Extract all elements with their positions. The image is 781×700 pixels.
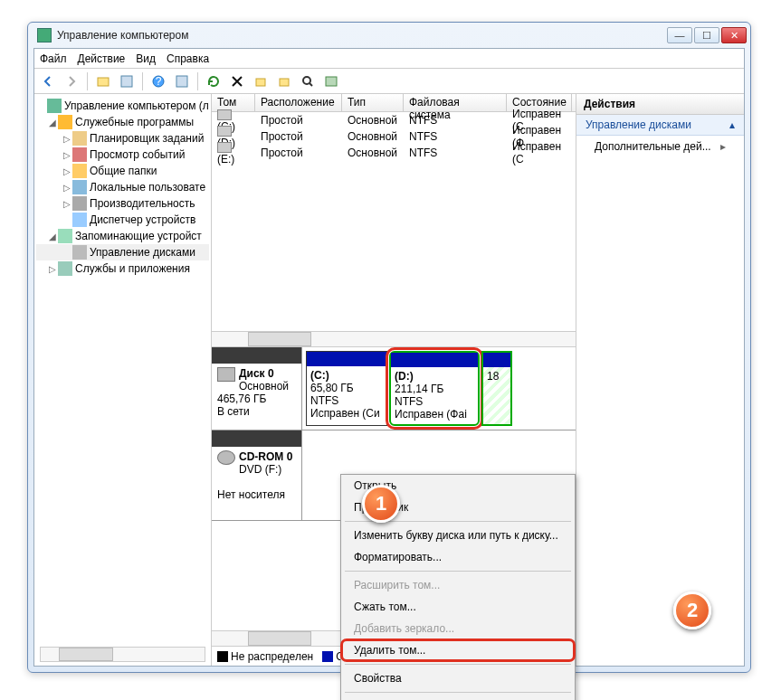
disk0-header[interactable]: Диск 0 Основной 465,76 ГБ В сети <box>212 347 302 430</box>
collapse-icon: ▴ <box>729 118 735 131</box>
show-hide-tree-button[interactable] <box>117 71 137 91</box>
action-list-button[interactable] <box>172 71 192 91</box>
col-filesystem[interactable]: Файловая система <box>404 94 507 111</box>
device-icon <box>72 213 87 227</box>
svg-text:?: ? <box>156 75 162 88</box>
search-icon[interactable] <box>298 71 318 91</box>
menu-action[interactable]: Действие <box>78 52 126 65</box>
tree-services-apps[interactable]: Службы и приложения <box>75 262 190 275</box>
tree-device-manager[interactable]: Диспетчер устройств <box>90 213 195 226</box>
actions-diskmgmt[interactable]: Управление дисками▴ <box>576 115 744 136</box>
annotation-badge-2: 2 <box>673 591 711 629</box>
menu-help[interactable]: Справка <box>167 52 209 65</box>
annotation-badge-1: 1 <box>362 485 400 523</box>
main-pane: Том Расположение Тип Файловая система Со… <box>212 94 576 666</box>
tree-disk-management[interactable]: Управление дисками <box>90 246 195 259</box>
event-icon <box>72 147 87 162</box>
volume-icon <box>217 142 232 153</box>
tree-event-viewer[interactable]: Просмотр событий <box>90 148 185 161</box>
partition-e[interactable]: 18 <box>481 351 512 426</box>
toolbar: ? <box>34 69 744 94</box>
ctx-delete-volume[interactable]: Удалить том... <box>341 639 575 661</box>
ctx-mirror: Добавить зеркало... <box>341 618 575 639</box>
disk-icon <box>72 245 87 260</box>
scheduler-icon <box>72 131 87 146</box>
svg-point-7 <box>303 77 310 84</box>
svg-rect-8 <box>326 77 337 86</box>
legend-unallocated: Не распределен <box>231 650 313 663</box>
close-button[interactable]: ✕ <box>721 27 747 43</box>
tree-root[interactable]: Управление компьютером (л <box>64 99 209 112</box>
ctx-shrink[interactable]: Сжать том... <box>341 596 575 618</box>
app-icon <box>37 28 52 43</box>
svg-rect-4 <box>176 76 187 87</box>
ctx-extend: Расширить том... <box>341 574 575 596</box>
minimize-button[interactable]: — <box>667 27 692 43</box>
svg-rect-0 <box>98 78 109 86</box>
volume-icon <box>217 126 232 137</box>
svg-rect-5 <box>256 79 265 86</box>
svg-rect-1 <box>121 76 132 87</box>
forward-button[interactable] <box>62 71 81 91</box>
properties-icon[interactable] <box>251 71 271 91</box>
ctx-change-letter[interactable]: Изменить букву диска или путь к диску... <box>341 525 575 546</box>
storage-icon <box>58 229 72 243</box>
menubar: Файл Действие Вид Справка <box>34 49 744 69</box>
settings-icon[interactable] <box>274 71 294 91</box>
menu-file[interactable]: Файл <box>40 52 67 65</box>
help-button[interactable]: ? <box>148 71 168 91</box>
actions-more[interactable]: Дополнительные дей... <box>576 136 744 157</box>
refresh-button[interactable] <box>204 71 224 91</box>
hdd-icon <box>217 367 235 382</box>
ctx-help[interactable]: Справка <box>341 695 575 700</box>
actions-header: Действия <box>576 94 744 115</box>
tree-shared-folders[interactable]: Общие папки <box>90 165 157 177</box>
maximize-button[interactable]: ☐ <box>694 27 719 43</box>
tree-local-users[interactable]: Локальные пользовате <box>90 181 205 194</box>
volume-icon <box>217 109 232 120</box>
tools-icon <box>58 115 72 129</box>
svg-rect-6 <box>280 79 289 86</box>
table-row[interactable]: (E:)ПростойОсновнойNTFSИсправен (С <box>212 145 576 161</box>
tree-storage[interactable]: Запоминающие устройст <box>75 230 202 242</box>
disk-row-0: Диск 0 Основной 465,76 ГБ В сети (C:) 65… <box>212 347 576 430</box>
col-type[interactable]: Тип <box>342 94 404 111</box>
back-button[interactable] <box>38 71 58 91</box>
col-layout[interactable]: Расположение <box>255 94 342 111</box>
up-button[interactable] <box>93 71 113 91</box>
partition-d[interactable]: (D:) 211,14 ГБ NTFS Исправен (Фаі <box>389 351 480 426</box>
perf-icon <box>72 196 87 211</box>
computer-icon <box>47 99 62 113</box>
menu-view[interactable]: Вид <box>136 52 156 65</box>
folder-icon <box>72 164 87 178</box>
tree-system-tools[interactable]: Служебные программы <box>75 116 194 128</box>
extra-icon[interactable] <box>321 71 341 91</box>
tree-performance[interactable]: Производительность <box>90 197 195 210</box>
app-window: Управление компьютером — ☐ ✕ Файл Действ… <box>27 22 751 673</box>
titlebar[interactable]: Управление компьютером — ☐ ✕ <box>28 23 750 48</box>
navigation-tree[interactable]: Управление компьютером (л ◢Служебные про… <box>34 94 212 666</box>
tree-scrollbar[interactable] <box>40 647 205 662</box>
partition-c[interactable]: (C:) 65,80 ГБ NTFS Исправен (Си <box>306 351 387 426</box>
delete-icon[interactable] <box>227 71 247 91</box>
ctx-properties[interactable]: Свойства <box>341 667 575 689</box>
window-title: Управление компьютером <box>57 29 667 42</box>
actions-pane: Действия Управление дисками▴ Дополнитель… <box>576 94 744 666</box>
volume-scrollbar[interactable] <box>212 331 576 346</box>
services-icon <box>58 261 72 276</box>
ctx-format[interactable]: Форматировать... <box>341 546 575 568</box>
cdrom-icon <box>217 450 235 465</box>
users-icon <box>72 180 87 194</box>
volume-table[interactable]: Том Расположение Тип Файловая система Со… <box>212 94 576 347</box>
tree-task-scheduler[interactable]: Планировщик заданий <box>90 132 204 145</box>
cdrom-header[interactable]: CD-ROM 0 DVD (F:) Нет носителя <box>212 430 302 520</box>
